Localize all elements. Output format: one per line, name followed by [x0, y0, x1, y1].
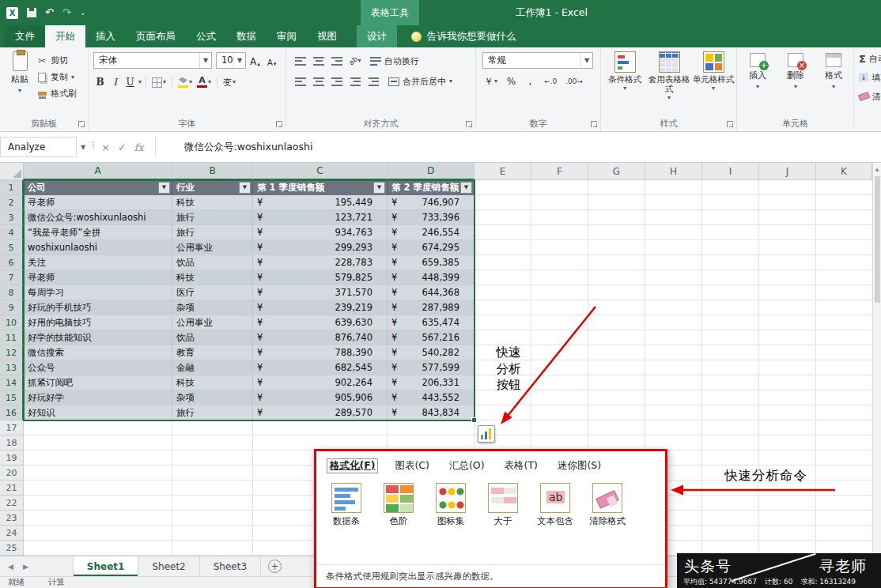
row-header-20[interactable]: 20 — [0, 466, 24, 481]
cell[interactable]: ¥246,554 — [388, 225, 475, 240]
name-box-dropdown-icon[interactable]: ▼ — [77, 137, 89, 157]
row-header-8[interactable]: 8 — [0, 285, 24, 300]
table-header-cell[interactable]: 第 2 季度销售额▼ — [388, 180, 475, 195]
cell[interactable]: ¥682,545 — [253, 360, 388, 375]
row-header-18[interactable]: 18 — [0, 435, 24, 450]
ribbon-tab-数据[interactable]: 数据 — [226, 25, 267, 47]
table-header-cell[interactable]: 第 1 季度销售额▼ — [253, 180, 388, 195]
align-right-button[interactable] — [329, 74, 345, 89]
table-header-cell[interactable]: 公司▼ — [24, 180, 172, 195]
copy-dropdown-icon[interactable]: ▾ — [71, 74, 74, 81]
row-header-25[interactable]: 25 — [0, 541, 24, 556]
align-center-button[interactable] — [311, 74, 327, 89]
format-as-table-button[interactable]: 套用表格格式 ▾ — [648, 51, 690, 101]
paste-dropdown-icon[interactable]: ▾ — [18, 88, 21, 94]
cell[interactable]: 关注 — [24, 255, 172, 270]
cell[interactable]: ¥635,474 — [388, 315, 475, 330]
row-header-9[interactable]: 9 — [0, 300, 24, 315]
paste-button[interactable]: 粘贴 ▾ — [4, 51, 36, 94]
cell[interactable]: ¥733,396 — [388, 210, 475, 225]
cell[interactable]: 杂项 — [172, 390, 253, 405]
decrease-decimal-button[interactable]: .00→ — [564, 74, 584, 89]
cell-styles-button[interactable]: 单元格样式 ▾ — [692, 51, 735, 92]
decrease-indent-button[interactable] — [347, 74, 363, 89]
ribbon-tab-设计[interactable]: 设计 — [357, 25, 397, 47]
alignment-dialog-launcher-icon[interactable] — [466, 121, 472, 127]
cut-button[interactable]: 剪切 — [36, 52, 77, 69]
cell[interactable]: ¥577,599 — [388, 360, 475, 375]
qa-tab-表格(T)[interactable]: 表格(T) — [501, 458, 541, 473]
cell[interactable]: ¥905,906 — [253, 390, 388, 405]
row-header-11[interactable]: 11 — [0, 330, 24, 345]
name-box[interactable]: Analyze — [0, 137, 77, 157]
filter-dropdown-icon[interactable]: ▼ — [239, 182, 251, 194]
select-all-corner[interactable] — [0, 163, 24, 180]
font-size-dropdown-icon[interactable]: ▼ — [233, 53, 245, 68]
increase-font-size-icon[interactable]: A — [250, 52, 260, 69]
sheet-tab-Sheet3[interactable]: Sheet3 — [200, 556, 261, 576]
cell[interactable]: 金融 — [172, 360, 253, 375]
cell[interactable]: ¥934,763 — [253, 225, 388, 240]
cell[interactable]: 旅行 — [172, 225, 253, 240]
cell[interactable]: ¥287,989 — [388, 300, 475, 315]
qa-tab-迷你图(S)[interactable]: 迷你图(S) — [554, 458, 604, 473]
borders-button[interactable]: ▾ — [150, 74, 168, 90]
ribbon-tab-页面布局[interactable]: 页面布局 — [126, 25, 186, 47]
align-bottom-button[interactable] — [329, 53, 345, 69]
align-middle-button[interactable] — [311, 53, 327, 69]
copy-button[interactable]: 复制 ▾ — [36, 69, 77, 85]
sheet-tab-Sheet2[interactable]: Sheet2 — [138, 556, 199, 576]
cell[interactable]: ¥443,552 — [388, 390, 475, 405]
cell[interactable]: ¥371,570 — [253, 285, 388, 300]
vertical-scrollbar[interactable]: ▲ — [872, 163, 881, 556]
cell[interactable]: ¥289,570 — [253, 405, 388, 420]
format-cells-button[interactable]: 格式 ▾ — [816, 53, 851, 90]
qa-item-data-bars[interactable]: 数据条 — [320, 483, 372, 527]
formula-input[interactable]: 微信公众号:woshixunlaoshi — [155, 137, 881, 157]
qa-tab-图表(C)[interactable]: 图表(C) — [391, 458, 432, 473]
styles-dialog-launcher-icon[interactable] — [727, 121, 733, 127]
fill-color-button[interactable]: ▾ — [176, 74, 194, 90]
cell[interactable]: 好玩好学 — [24, 390, 172, 405]
ribbon-tab-公式[interactable]: 公式 — [186, 25, 226, 47]
align-top-button[interactable] — [293, 53, 308, 69]
cell[interactable]: ¥788,390 — [253, 345, 388, 360]
cell[interactable]: 抓紧订阅吧 — [24, 375, 172, 390]
column-header-J[interactable]: J — [759, 163, 816, 180]
merge-center-dropdown-icon[interactable]: ▾ — [449, 78, 452, 85]
row-header-3[interactable]: 3 — [0, 210, 24, 225]
row-header-13[interactable]: 13 — [0, 360, 24, 375]
font-dialog-launcher-icon[interactable] — [276, 121, 282, 127]
comma-style-button[interactable]: , — [524, 74, 537, 89]
clear-button[interactable]: 清除 — [859, 89, 881, 104]
row-header-14[interactable]: 14 — [0, 375, 24, 390]
font-color-button[interactable]: ▾ — [195, 74, 213, 90]
cell[interactable]: ¥228,783 — [253, 255, 388, 270]
cell[interactable]: ¥746,907 — [388, 195, 475, 210]
row-header-23[interactable]: 23 — [0, 511, 24, 526]
cell[interactable]: 公众号 — [24, 360, 172, 375]
cell[interactable]: 微信公众号:woshixunlaoshi — [24, 210, 172, 225]
cell[interactable]: 旅行 — [172, 405, 253, 420]
cell[interactable]: 科技 — [172, 270, 253, 285]
bold-button[interactable]: B — [93, 74, 107, 90]
cell[interactable]: 教育 — [172, 345, 253, 360]
row-header-16[interactable]: 16 — [0, 405, 24, 420]
ribbon-tab-开始[interactable]: 开始 — [45, 25, 85, 47]
filter-dropdown-icon[interactable]: ▼ — [460, 182, 472, 194]
cell[interactable]: 好用的电脑技巧 — [24, 315, 172, 330]
conditional-formatting-button[interactable]: 条件格式 ▾ — [603, 51, 646, 92]
cell[interactable]: “我是寻老师”全拼 — [24, 225, 172, 240]
quick-analysis-button[interactable] — [478, 425, 495, 443]
cell[interactable]: 医疗 — [172, 285, 253, 300]
row-header-5[interactable]: 5 — [0, 240, 24, 255]
row-header-1[interactable]: 1 — [0, 180, 24, 195]
save-icon[interactable] — [27, 8, 36, 17]
scroll-up-icon[interactable]: ▲ — [873, 164, 881, 174]
cell[interactable]: ¥540,282 — [388, 345, 475, 360]
column-header-F[interactable]: F — [531, 163, 588, 180]
row-header-17[interactable]: 17 — [0, 420, 24, 435]
cell[interactable]: ¥206,331 — [388, 375, 475, 390]
cell[interactable]: ¥902,264 — [253, 375, 388, 390]
phonetic-button[interactable]: 变▾ — [221, 74, 237, 90]
